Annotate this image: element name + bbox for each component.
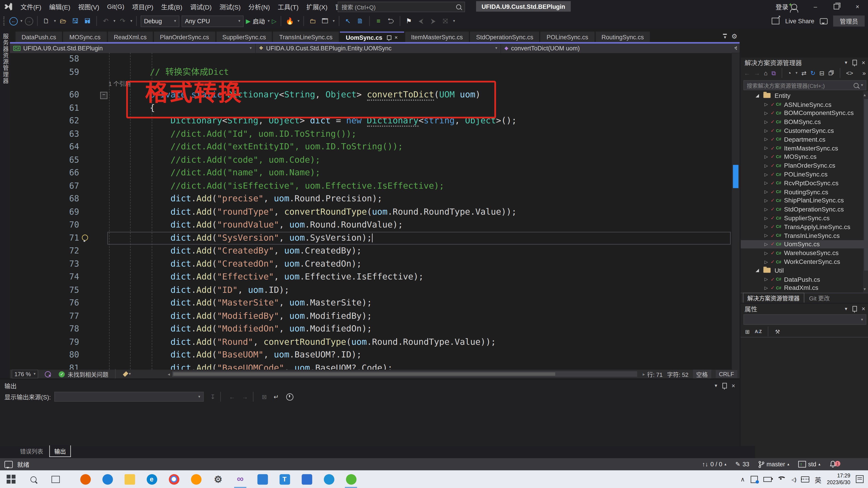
tree-item-MOSync.cs[interactable]: ▷✓C#MOSync.cs xyxy=(741,153,868,161)
vertical-scrollbar[interactable] xyxy=(732,53,740,369)
tab-git-changes[interactable]: Git 更改 xyxy=(805,293,834,303)
menu-测试S[interactable]: 测试(S) xyxy=(215,0,244,13)
tree-item-WarehouseSync.cs[interactable]: ▷✓C#WarehouseSync.cs xyxy=(741,249,868,257)
feedback-bubble-icon[interactable] xyxy=(4,461,13,468)
navigate-to-icon[interactable]: 🗎 xyxy=(355,15,365,27)
touch-keyboard-icon[interactable] xyxy=(801,476,809,482)
save-icon[interactable]: 🖫 xyxy=(70,15,80,27)
tree-item-ReadXml.cs[interactable]: ▷✓C#ReadXml.cs xyxy=(741,284,868,292)
collapsed-arrow-icon[interactable]: ▷ xyxy=(765,137,768,142)
taskbar-app-browser-compass[interactable] xyxy=(318,470,340,488)
document-tab-DataPush.cs[interactable]: DataPush.cs xyxy=(16,32,62,42)
sync-with-active-document-icon[interactable]: ⧉ xyxy=(772,69,776,76)
properties-dropdown-icon[interactable]: ▾ xyxy=(845,306,847,311)
output-close-icon[interactable]: × xyxy=(732,382,735,389)
code-line-65[interactable]: 65 //dict.Add("code", uom.Code); xyxy=(10,154,740,167)
tab-solution-explorer[interactable]: 解决方案资源管理器 xyxy=(743,293,804,303)
document-tab-UomSync.cs[interactable]: UomSync.cs× xyxy=(340,32,404,42)
collapsed-arrow-icon[interactable]: ▷ xyxy=(765,259,768,264)
document-tab-SupplierSync.cs[interactable]: SupplierSync.cs xyxy=(216,32,272,42)
task-view-button[interactable] xyxy=(44,470,66,488)
home-icon[interactable]: ⌂ xyxy=(764,70,768,76)
platform-dropdown[interactable]: Any CPU▾ xyxy=(182,15,243,27)
menu-分析N[interactable]: 分析(N) xyxy=(245,0,274,13)
ime-indicator[interactable]: 英 xyxy=(815,475,821,484)
uncomment-lines-icon[interactable]: ⮌ xyxy=(385,15,396,27)
code-line-70[interactable]: 70 dict.Add("roundValue", uom.Round.Roun… xyxy=(10,219,740,232)
code-line-74[interactable]: 74 dict.Add("Effective", uom.Effective.I… xyxy=(10,271,740,284)
code-cleanup-icon[interactable] xyxy=(123,371,128,377)
next-message-icon[interactable]: → xyxy=(242,393,248,400)
collapsed-arrow-icon[interactable]: ▷ xyxy=(765,277,768,282)
tree-item-SupplierSync.cs[interactable]: ▷✓C#SupplierSync.cs xyxy=(741,214,868,223)
tree-item-Entity[interactable]: ◢Entity xyxy=(741,91,868,100)
document-tab-MOSync.cs[interactable]: MOSync.cs xyxy=(63,32,107,42)
collapsed-arrow-icon[interactable]: ▷ xyxy=(765,128,768,133)
breadcrumb-type-dropdown[interactable]: ❖ UFIDA.U9.Cust.Std.BEPlugin.Entity.UOMS… xyxy=(256,43,501,53)
pin-icon[interactable] xyxy=(852,59,857,65)
tree-item-StdOperationSync.cs[interactable]: ▷✓C#StdOperationSync.cs xyxy=(741,205,868,214)
tree-item-BOMComponentSync.cs[interactable]: ▷✓C#BOMComponentSync.cs xyxy=(741,109,868,118)
hidden-icons-chevron[interactable]: ∧ xyxy=(741,476,745,483)
breadcrumb-member-dropdown[interactable]: ◆ convertToDict(UOM uom) ▾ xyxy=(501,43,740,53)
taskbar-app-firefox-orange[interactable] xyxy=(185,470,207,488)
toolbar-overflow-icon[interactable]: » xyxy=(862,70,866,76)
collapsed-arrow-icon[interactable]: ▷ xyxy=(765,189,768,194)
properties-close-icon[interactable]: × xyxy=(862,305,865,312)
horizontal-scrollbar-thumb[interactable] xyxy=(174,372,555,376)
collapsed-arrow-icon[interactable]: ▷ xyxy=(765,233,768,238)
fold-collapse-icon[interactable]: − xyxy=(100,92,107,99)
tree-item-PlanOrderSync.cs[interactable]: ▷✓C#PlanOrderSync.cs xyxy=(741,161,868,170)
speaker-icon[interactable]: ◁) xyxy=(792,476,795,482)
tab-pin-icon[interactable] xyxy=(387,35,391,40)
tab-output[interactable]: 输出 xyxy=(49,445,71,457)
previous-bookmark-icon[interactable]: ⮜ xyxy=(416,15,426,27)
collapsed-arrow-icon[interactable]: ▷ xyxy=(765,146,768,151)
code-line-68[interactable]: 68 dict.Add("precise", uom.Round.Precisi… xyxy=(10,193,740,205)
comment-lines-icon[interactable]: ≡ xyxy=(373,15,383,27)
start-debug-label[interactable]: 启动 xyxy=(253,17,265,25)
code-line-63[interactable]: 63 //dict.Add("Id", uom.ID.ToString()); xyxy=(10,127,740,140)
tree-item-POLineSync.cs[interactable]: ▷✓C#POLineSync.cs xyxy=(741,170,868,179)
taskbar-clock[interactable]: 17:29 2023/6/30 xyxy=(827,473,850,486)
live-share-label[interactable]: Live Share xyxy=(785,18,814,24)
tree-item-Department.cs[interactable]: ▷✓C#Department.cs xyxy=(741,135,868,144)
minimize-button[interactable]: – xyxy=(805,0,826,13)
action-center-icon[interactable] xyxy=(856,475,864,483)
lightbulb-icon[interactable] xyxy=(82,234,88,240)
collapsed-arrow-icon[interactable]: ▷ xyxy=(765,224,768,229)
restore-button[interactable] xyxy=(826,0,847,13)
collapse-all-icon[interactable]: ⊟ xyxy=(819,69,825,76)
categorized-icon[interactable]: ⊞ xyxy=(745,328,750,334)
properties-object-dropdown[interactable]: ▾ xyxy=(743,314,866,325)
tree-item-CustomerSync.cs[interactable]: ▷✓C#CustomerSync.cs xyxy=(741,126,868,135)
document-tab-ReadXml.cs[interactable]: ReadXml.cs xyxy=(108,32,153,42)
code-editor[interactable]: 5859 // 转换实体成Dict1 个引用60− private static… xyxy=(10,53,740,369)
zoom-dropdown[interactable]: 176 %▾ xyxy=(11,369,38,379)
code-line-78[interactable]: 78 dict.Add("ModifiedOn", uom.ModifiedOn… xyxy=(10,323,740,336)
quick-search-box[interactable]: 搜索 (Ctrl+Q) xyxy=(338,2,465,12)
tree-item-UomSync.cs[interactable]: ▷✓C#UomSync.cs xyxy=(741,240,868,249)
menu-调试D[interactable]: 调试(D) xyxy=(186,0,216,13)
code-line-80[interactable]: 80 dict.Add("BaseUOM", uom.BaseUOM?.ID); xyxy=(10,349,740,362)
split-editor-icon[interactable]: ↕ xyxy=(735,44,738,51)
property-pages-wrench-icon[interactable]: ⚒ xyxy=(775,328,780,334)
menu-视图V[interactable]: 视图(V) xyxy=(74,0,103,13)
word-wrap-icon[interactable]: ↵ xyxy=(274,393,279,400)
collapsed-arrow-icon[interactable]: ▷ xyxy=(765,216,768,221)
publish-status[interactable]: std ▴ xyxy=(798,461,820,467)
taskbar-app-wechat[interactable] xyxy=(340,470,362,488)
navigate-forward-icon[interactable]: → xyxy=(25,17,33,25)
tree-item-RoutingSync.cs[interactable]: ▷✓C#RoutingSync.cs xyxy=(741,188,868,196)
document-tab-POLineSync.cs[interactable]: POLineSync.cs xyxy=(540,32,594,42)
code-line-64[interactable]: 64 //dict.Add("extEntityID", uom.ID.ToSt… xyxy=(10,140,740,154)
new-project-icon[interactable]: 🗋 xyxy=(41,15,51,27)
expanded-arrow-icon[interactable]: ◢ xyxy=(756,268,759,273)
code-line-81[interactable]: 81 dict.Add("BaseUOMCode", uom.BaseUOM?.… xyxy=(10,361,740,369)
save-all-icon[interactable]: 🖬 xyxy=(83,15,92,27)
redo-icon[interactable]: ↷ xyxy=(118,15,128,27)
close-button[interactable]: × xyxy=(847,0,868,13)
close-panel-icon[interactable]: × xyxy=(862,59,865,66)
expanded-arrow-icon[interactable]: ◢ xyxy=(756,93,759,98)
code-line-58[interactable]: 58 xyxy=(10,53,740,66)
